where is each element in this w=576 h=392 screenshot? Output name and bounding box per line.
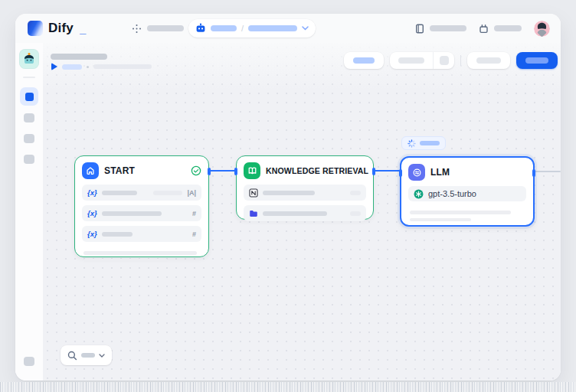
workflow-title-placeholder — [51, 54, 107, 60]
run-app-split-button[interactable] — [390, 52, 454, 69]
book-open-icon — [244, 162, 260, 179]
placeholder-bar — [263, 211, 327, 216]
zoom-search-icon — [67, 351, 77, 361]
run-play-icon[interactable] — [51, 63, 57, 70]
placeholder-bar — [263, 191, 315, 195]
publish-button[interactable] — [516, 52, 558, 69]
workflow-canvas[interactable]: START {x} |A| — [43, 43, 561, 381]
placeholder-bar — [102, 232, 133, 237]
avatar-image — [534, 21, 550, 37]
sidebar-item-3[interactable] — [24, 134, 34, 143]
dot-separator — [87, 66, 89, 68]
node-knowledge-header: KNOWLEDGE RETRIEVAL — [237, 156, 373, 185]
variable-icon: {x} — [87, 188, 97, 197]
spinner-icon — [407, 139, 416, 148]
workflow-switcher[interactable]: / — [188, 19, 316, 38]
placeholder-bar — [248, 25, 297, 31]
target-handle[interactable] — [234, 168, 237, 175]
app-robot-icon — [195, 23, 206, 34]
run-options-segment[interactable] — [434, 52, 454, 69]
placeholder-bar — [102, 191, 137, 195]
top-bar: Dify _ — [15, 14, 561, 43]
app-body: START {x} |A| — [15, 43, 561, 381]
features-button[interactable] — [344, 52, 384, 69]
node-description-placeholder — [75, 247, 208, 262]
target-handle[interactable] — [399, 169, 402, 177]
node-knowledge-retrieval[interactable]: KNOWLEDGE RETRIEVAL — [236, 155, 374, 220]
source-handle[interactable] — [208, 168, 211, 175]
edge-llm-outgoing[interactable] — [533, 171, 561, 172]
sidebar-item-2[interactable] — [24, 113, 34, 122]
nav-plugins[interactable] — [479, 24, 522, 34]
model-row: gpt-3.5-turbo — [408, 186, 526, 201]
placeholder-bar — [350, 211, 361, 216]
sidebar-item-workflow-selected[interactable] — [20, 87, 38, 106]
zoom-level-placeholder — [81, 353, 95, 358]
run-app-segment[interactable] — [390, 52, 433, 69]
placeholder-bar — [62, 64, 82, 70]
model-name: gpt-3.5-turbo — [428, 189, 476, 198]
node-title: KNOWLEDGE RETRIEVAL — [266, 166, 368, 175]
source-handle[interactable] — [372, 168, 375, 175]
nav-docs[interactable] — [415, 24, 466, 34]
node-title: START — [104, 165, 185, 176]
dataset-row — [244, 185, 366, 201]
openai-icon — [414, 189, 424, 199]
dify-logo[interactable]: Dify _ — [15, 21, 86, 36]
apps-grid-icon — [132, 24, 142, 34]
dataset-row — [244, 205, 366, 221]
sidebar-item-4[interactable] — [24, 155, 34, 164]
dify-logo-icon — [28, 21, 43, 36]
check-circle-icon — [191, 165, 201, 176]
node-description-placeholder — [401, 206, 533, 221]
edge-knowledge-to-llm[interactable] — [372, 170, 401, 172]
sidebar-item-settings[interactable] — [24, 357, 34, 366]
llm-model-icon — [408, 164, 425, 181]
sidebar-current-app[interactable] — [19, 49, 39, 69]
user-avatar[interactable] — [534, 21, 550, 37]
variable-icon: {x} — [87, 209, 97, 217]
placeholder-bar — [430, 25, 466, 31]
placeholder-bar — [211, 25, 237, 31]
edge-start-to-knowledge[interactable] — [209, 170, 237, 172]
placeholder-bar — [102, 211, 162, 216]
text-type-icon: |A| — [187, 189, 196, 197]
top-bar-right — [415, 14, 550, 43]
chevron-down-icon — [99, 354, 105, 358]
canvas-toolbar — [344, 52, 558, 69]
brand-cursor: _ — [80, 22, 86, 35]
breadcrumb-separator: / — [241, 24, 244, 33]
placeholder-bar — [147, 25, 184, 31]
sidebar — [15, 43, 43, 381]
source-handle[interactable] — [532, 169, 535, 177]
placeholder-bar — [93, 64, 152, 69]
toolbar-divider — [460, 55, 461, 66]
node-llm[interactable]: LLM gpt-3.5-turbo — [400, 156, 535, 227]
background-noise-texture — [0, 382, 576, 392]
nav-explore[interactable] — [132, 24, 184, 34]
notion-icon — [249, 188, 258, 198]
placeholder-bar — [83, 251, 197, 255]
placeholder-bar — [494, 25, 522, 31]
placeholder-bar — [410, 218, 471, 222]
placeholder-bar — [410, 211, 511, 214]
plugin-icon — [479, 24, 489, 34]
node-start[interactable]: START {x} |A| — [74, 155, 209, 257]
app-window: Dify _ — [15, 14, 561, 381]
input-variable-row: {x} # — [82, 205, 201, 221]
node-title: LLM — [430, 167, 526, 178]
home-icon — [82, 162, 99, 179]
placeholder-bar — [398, 57, 424, 64]
node-running-badge — [401, 136, 446, 150]
docs-book-icon — [415, 24, 424, 34]
input-variable-row: {x} # — [82, 226, 201, 242]
run-options-icon — [440, 56, 449, 65]
placeholder-bar — [153, 191, 182, 195]
zoom-control[interactable] — [61, 345, 112, 365]
placeholder-bar — [476, 57, 501, 64]
input-variable-row: {x} |A| — [82, 185, 201, 201]
preview-button[interactable] — [467, 52, 510, 69]
last-run-status — [51, 63, 152, 70]
placeholder-bar — [350, 191, 361, 195]
number-type-icon: # — [192, 230, 196, 238]
